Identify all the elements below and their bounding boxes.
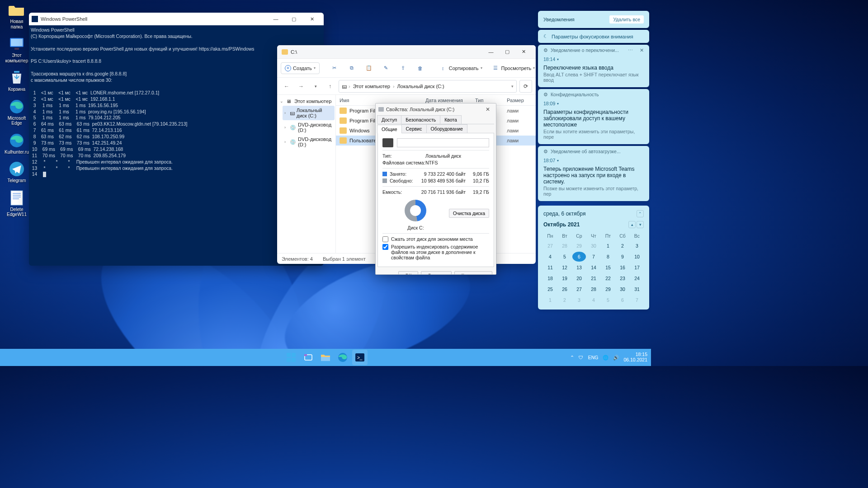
paste-button[interactable]: 📋 — [361, 62, 377, 75]
start-button[interactable] — [283, 350, 299, 365]
defender-icon[interactable]: 🛡 — [579, 355, 584, 360]
tab-hardware[interactable]: Оборудование — [426, 124, 467, 133]
calendar-day[interactable]: 1 — [543, 295, 557, 305]
calendar-day[interactable]: 29 — [572, 241, 586, 251]
calendar-day[interactable]: 15 — [601, 263, 615, 272]
calendar-day[interactable]: 18 — [543, 273, 557, 283]
calendar-day[interactable]: 7 — [587, 252, 600, 262]
desktop-icon-folder[interactable]: Новая папка — [4, 2, 30, 29]
calendar-day[interactable]: 19 — [558, 273, 571, 283]
calendar-day[interactable]: 13 — [572, 263, 586, 272]
minimize-button[interactable]: — — [483, 45, 499, 59]
chevron-down-icon[interactable]: ▾ — [310, 80, 321, 92]
lang-indicator[interactable]: ENG — [588, 355, 599, 360]
calendar-day[interactable]: 16 — [616, 263, 629, 272]
calendar-day[interactable]: 20 — [572, 273, 586, 283]
calendar-day[interactable]: 2 — [616, 241, 629, 251]
notif-group-header[interactable]: ⚙Уведомление об автозагрузке... — [538, 146, 649, 157]
calendar-day[interactable]: 8 — [601, 252, 615, 262]
compress-checkbox[interactable]: Сжать этот диск для экономии места — [382, 236, 489, 242]
tab-access[interactable]: Доступ — [377, 115, 401, 124]
calendar-day[interactable]: 6 — [616, 295, 629, 305]
calendar-day[interactable]: 21 — [587, 273, 600, 283]
close-button[interactable]: ✕ — [482, 106, 493, 113]
ellipsis-icon[interactable]: ⋯ — [628, 47, 633, 53]
breadcrumb[interactable]: Этот компьютер — [352, 83, 391, 90]
calendar-day[interactable]: 23 — [616, 273, 629, 283]
notif-group-header[interactable]: ⚙Конфиденциальность — [538, 89, 649, 100]
calendar-day[interactable]: 4 — [587, 295, 600, 305]
close-button[interactable]: ✕ — [303, 13, 321, 25]
calendar-day[interactable]: 30 — [587, 241, 600, 251]
calendar-day[interactable]: 2 — [558, 295, 571, 305]
calendar-day[interactable]: 28 — [558, 241, 571, 251]
next-month-button[interactable]: ▾ — [637, 221, 644, 228]
calendar-day[interactable]: 9 — [616, 252, 629, 262]
breadcrumb[interactable]: Локальный диск (C:) — [396, 83, 445, 90]
calendar-day[interactable]: 3 — [630, 241, 644, 251]
cut-button[interactable]: ✂ — [327, 62, 342, 75]
taskview-button[interactable] — [301, 350, 316, 365]
delete-button[interactable]: 🗑 — [413, 62, 428, 75]
rename-button[interactable]: ✎ — [378, 62, 394, 75]
calendar-day[interactable]: 22 — [601, 273, 615, 283]
calendar-day[interactable]: 7 — [630, 295, 644, 305]
calendar-day[interactable]: 25 — [543, 284, 557, 294]
calendar-day[interactable]: 31 — [630, 284, 644, 294]
cancel-button[interactable]: Отмена — [421, 271, 452, 275]
tab-quota[interactable]: Квота — [440, 115, 462, 124]
maximize-button[interactable]: ▢ — [500, 45, 515, 59]
cleanup-button[interactable]: Очистка диска — [449, 209, 489, 218]
network-icon[interactable]: 🌐 — [603, 355, 609, 361]
titlebar[interactable]: Свойства: Локальный диск (C:) ✕ — [376, 103, 496, 115]
up-button[interactable]: ↑ — [324, 80, 336, 92]
share-button[interactable]: ⇪ — [396, 62, 411, 75]
desktop-icon-edge[interactable]: Microsoft Edge — [4, 99, 30, 126]
notif-time[interactable]: 18:09▾ — [538, 100, 649, 107]
titlebar[interactable]: C:\ — ▢ ✕ — [277, 45, 536, 59]
label-input[interactable] — [397, 138, 489, 147]
tab-security[interactable]: Безопасность — [401, 115, 440, 124]
view-button[interactable]: ☰Просмотреть ▾ — [488, 62, 536, 75]
desktop-icon-deleteedge[interactable]: Delete EdgeW11 — [4, 190, 30, 217]
calendar-day[interactable]: 12 — [558, 263, 571, 272]
calendar-day[interactable]: 14 — [587, 263, 600, 272]
notif-time[interactable]: 18:14▾ — [538, 56, 649, 63]
sidebar-item-localc[interactable]: ›🖴Локальный диск (C:) — [283, 106, 335, 120]
notif-group-header[interactable]: ⚙Уведомление о переключени...⋯✕ — [538, 45, 649, 56]
notif-time[interactable]: 18:07▾ — [538, 157, 649, 164]
calendar-day[interactable]: 6 — [572, 252, 586, 262]
prev-month-button[interactable]: ▴ — [628, 221, 636, 228]
calendar-day[interactable]: 1 — [601, 241, 615, 251]
calendar-day[interactable]: 27 — [543, 241, 557, 251]
close-icon[interactable]: ✕ — [640, 47, 644, 53]
apply-button[interactable]: Применить — [454, 271, 492, 275]
sort-button[interactable]: ↕Сортировать ▾ — [435, 62, 486, 75]
desktop-icon-telegram[interactable]: Telegram — [4, 161, 30, 183]
calendar-day[interactable]: 4 — [543, 252, 557, 262]
calendar-day[interactable]: 10 — [630, 252, 644, 262]
forward-button[interactable]: → — [295, 80, 307, 92]
powershell-taskbar[interactable]: >_ — [352, 350, 368, 365]
desktop-icon-kulhunter[interactable]: Kulhunter.ru — [4, 132, 30, 155]
calendar-day[interactable]: 29 — [601, 284, 615, 294]
refresh-button[interactable]: ⟳ — [519, 80, 532, 93]
calendar-day[interactable]: 11 — [543, 263, 557, 272]
tab-general[interactable]: Общие — [377, 125, 402, 133]
address-bar[interactable]: 🖴› Этот компьютер› Локальный диск (C:) ▾ — [339, 80, 517, 93]
calendar-day[interactable]: 3 — [572, 295, 586, 305]
calendar-day[interactable]: 27 — [572, 284, 586, 294]
sidebar-item-dvd1[interactable]: ›💿DVD-дисковод (D:) — [283, 120, 335, 135]
back-button[interactable]: ← — [281, 80, 292, 92]
sidebar-item-thispc[interactable]: ⌄🖥Этот компьютер — [278, 97, 335, 106]
index-checkbox[interactable]: Разрешить индексировать содержимое файло… — [382, 244, 489, 260]
titlebar[interactable]: Windows PowerShell — ▢ ✕ — [29, 13, 324, 25]
minimize-button[interactable]: — — [267, 13, 285, 25]
calendar-day[interactable]: 24 — [630, 273, 644, 283]
focus-settings[interactable]: ☾Параметры фокусировки внимания — [538, 30, 649, 43]
calendar-day[interactable]: 5 — [601, 295, 615, 305]
clear-all-button[interactable]: Удалить все — [609, 15, 644, 23]
explorer-taskbar[interactable] — [318, 350, 333, 365]
maximize-button[interactable]: ▢ — [285, 13, 303, 25]
desktop-icon-thispc[interactable]: Этот компьютер — [4, 36, 30, 63]
